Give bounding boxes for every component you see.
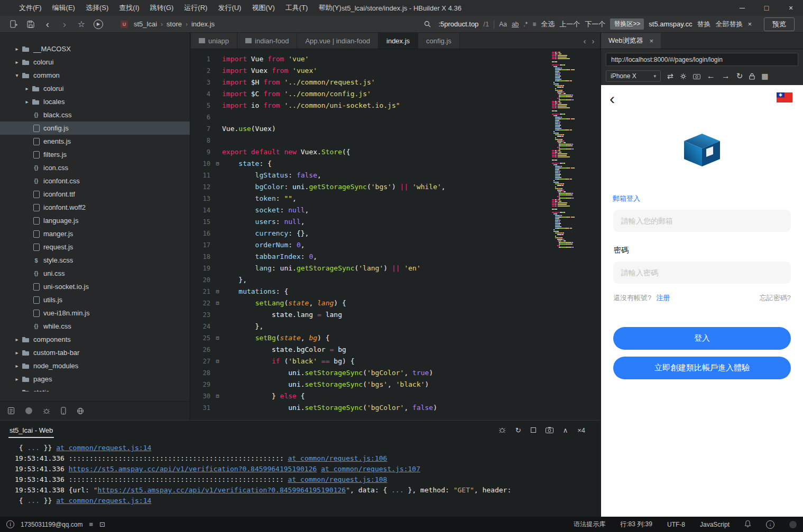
tab-index.js[interactable]: index.js bbox=[379, 33, 418, 49]
console-panel-icon[interactable] bbox=[25, 407, 32, 414]
forward-icon[interactable]: › bbox=[58, 18, 71, 31]
console-link[interactable]: at common/request.js:14 bbox=[56, 497, 151, 505]
chevron-right-icon[interactable]: ▸ bbox=[23, 86, 31, 91]
tree-item-colorui[interactable]: ▸colorui bbox=[0, 82, 190, 95]
tree-item-iconfont.css[interactable]: {}iconfont.css bbox=[0, 174, 190, 188]
back-icon[interactable]: ← bbox=[707, 71, 715, 81]
breadcrumb-item[interactable]: store bbox=[167, 20, 182, 28]
debug-icon[interactable] bbox=[499, 426, 506, 434]
encoding-status[interactable]: UTF-8 bbox=[667, 521, 685, 528]
rotate-icon[interactable]: ⇄ bbox=[667, 72, 673, 80]
minimize-button[interactable]: ─ bbox=[730, 0, 754, 16]
tab-scroll-left-icon[interactable]: ‹ bbox=[581, 36, 588, 45]
tab-web-browser[interactable]: Web浏览器 × bbox=[601, 33, 661, 49]
regex-icon[interactable]: .* bbox=[523, 21, 528, 28]
tab-uniapp[interactable]: uniapp bbox=[191, 33, 237, 49]
tree-item-iconfont.ttf[interactable]: iconfont.ttf bbox=[0, 188, 190, 201]
tree-item-colorui[interactable]: ▸colorui bbox=[0, 55, 190, 69]
fold-icon[interactable]: ⊟ bbox=[213, 297, 222, 309]
clear-icon[interactable]: ×4 bbox=[577, 426, 585, 434]
new-file-icon[interactable] bbox=[7, 18, 20, 31]
taiwan-flag-icon[interactable] bbox=[777, 92, 792, 105]
login-button[interactable]: 登入 bbox=[613, 327, 791, 350]
cursor-position[interactable]: 行:83 列:39 bbox=[620, 520, 652, 529]
panel-icon[interactable]: ⊡ bbox=[99, 520, 105, 528]
stop-icon[interactable] bbox=[531, 427, 536, 433]
close-icon[interactable]: × bbox=[650, 37, 654, 45]
tree-item-utils.js[interactable]: utils.js bbox=[0, 293, 190, 306]
tree-item-black.css[interactable]: {}black.css bbox=[0, 108, 190, 122]
tree-item-vue-i18n.min.js[interactable]: vue-i18n.min.js bbox=[0, 306, 190, 320]
email-input[interactable] bbox=[613, 210, 791, 232]
fold-icon[interactable]: ⊟ bbox=[213, 332, 222, 344]
menu-item[interactable]: 运行(R) bbox=[179, 0, 213, 16]
refresh-icon[interactable]: ↻ bbox=[736, 71, 743, 81]
syntax-lib-status[interactable]: 语法提示库 bbox=[574, 520, 605, 529]
console-link[interactable]: at common/request.js:106 bbox=[288, 454, 387, 462]
back-icon[interactable]: ‹ bbox=[41, 18, 54, 31]
replace-all-button[interactable]: 全部替换 bbox=[715, 20, 743, 29]
tree-item-request.js[interactable]: request.js bbox=[0, 240, 190, 254]
fold-icon[interactable]: ⊟ bbox=[213, 158, 222, 170]
outline-icon[interactable]: ≡ bbox=[89, 520, 93, 528]
chevron-right-icon[interactable]: ▸ bbox=[13, 350, 21, 356]
code-editor[interactable]: 1import Vue from 'vue'2import Vuex from … bbox=[191, 49, 600, 420]
screenshot-icon[interactable] bbox=[546, 427, 553, 433]
screenshot-icon[interactable] bbox=[693, 73, 700, 79]
demo-account-button[interactable]: 立即創建類比帳戶進入體驗 bbox=[613, 357, 791, 379]
gear-icon[interactable] bbox=[680, 73, 687, 80]
console-link[interactable]: at common/request.js:108 bbox=[288, 475, 387, 483]
tree-item-static[interactable]: ▸static bbox=[0, 386, 190, 391]
menu-item[interactable]: 编辑(E) bbox=[47, 0, 80, 16]
collapse-icon[interactable]: ∧ bbox=[563, 426, 568, 434]
next-button[interactable]: 下一个 bbox=[585, 20, 605, 29]
tab-scroll-right-icon[interactable]: › bbox=[589, 36, 597, 45]
tree-item-enents.js[interactable]: enents.js bbox=[0, 135, 190, 148]
find-query[interactable]: :5product.top bbox=[438, 20, 478, 28]
fold-icon[interactable]: ⊟ bbox=[213, 286, 222, 297]
close-find-icon[interactable]: × bbox=[747, 20, 752, 28]
replace-zone-toggle[interactable]: 替换区>> bbox=[610, 18, 644, 30]
tree-item-components[interactable]: ▸components bbox=[0, 333, 190, 346]
tab-indian-food[interactable]: indian-food bbox=[237, 33, 297, 49]
tree-item-while.css[interactable]: {}while.css bbox=[0, 320, 190, 333]
language-mode[interactable]: JavaScript bbox=[700, 521, 730, 528]
chevron-down-icon[interactable]: ▾ bbox=[13, 72, 21, 78]
menu-item[interactable]: 跳转(G) bbox=[145, 0, 179, 16]
fold-icon[interactable]: ⊟ bbox=[213, 390, 222, 402]
select-all-button[interactable]: 全选 bbox=[541, 20, 555, 29]
menu-item[interactable]: 发行(U) bbox=[213, 0, 246, 16]
tree-item-filters.js[interactable]: filters.js bbox=[0, 148, 190, 161]
url-input[interactable] bbox=[606, 53, 798, 66]
lock-icon[interactable] bbox=[749, 73, 755, 80]
chevron-right-icon[interactable]: ▸ bbox=[13, 389, 21, 391]
tree-item-config.js[interactable]: config.js bbox=[0, 122, 190, 135]
tree-item-common[interactable]: ▾common bbox=[0, 69, 190, 82]
console-link[interactable]: https://st5.amspay.cc/api/v1/verificatio… bbox=[69, 465, 317, 473]
tree-item-manger.js[interactable]: manger.js bbox=[0, 227, 190, 240]
list-matches-icon[interactable]: ≡ bbox=[532, 21, 536, 28]
console-tab[interactable]: st5_lcai - Web bbox=[8, 423, 54, 438]
whole-word-icon[interactable]: ab bbox=[512, 21, 519, 28]
maximize-button[interactable]: □ bbox=[754, 0, 779, 16]
grid-icon[interactable]: ▦ bbox=[761, 72, 768, 80]
menu-item[interactable]: 视图(V) bbox=[246, 0, 280, 16]
tree-item-pages[interactable]: ▸pages bbox=[0, 372, 190, 386]
console-link[interactable]: https://st5.amspay.cc/api/v1/verificatio… bbox=[98, 486, 346, 494]
browser-panel-icon[interactable] bbox=[77, 407, 84, 415]
chevron-right-icon[interactable]: ▸ bbox=[23, 99, 31, 105]
forward-icon[interactable]: → bbox=[722, 71, 730, 81]
replace-button[interactable]: 替换 bbox=[697, 20, 710, 29]
tab-config.js[interactable]: config.js bbox=[418, 33, 460, 49]
chevron-right-icon[interactable]: ▸ bbox=[13, 376, 21, 382]
breadcrumb-item[interactable]: index.js bbox=[191, 20, 215, 28]
register-link[interactable]: 注册 bbox=[656, 293, 670, 303]
match-case-icon[interactable]: Aa bbox=[499, 21, 507, 28]
tree-item-language.js[interactable]: language.js bbox=[0, 214, 190, 227]
fold-icon[interactable]: ⊟ bbox=[213, 356, 222, 367]
tree-item-node_modules[interactable]: ▸node_modules bbox=[0, 359, 190, 372]
tree-item-iconfont.woff2[interactable]: iconfont.woff2 bbox=[0, 201, 190, 214]
console-link[interactable]: at common/request.js:107 bbox=[321, 465, 420, 473]
previous-button[interactable]: 上一个 bbox=[559, 20, 580, 29]
replace-input[interactable]: st5.amspay.cc bbox=[649, 20, 692, 28]
